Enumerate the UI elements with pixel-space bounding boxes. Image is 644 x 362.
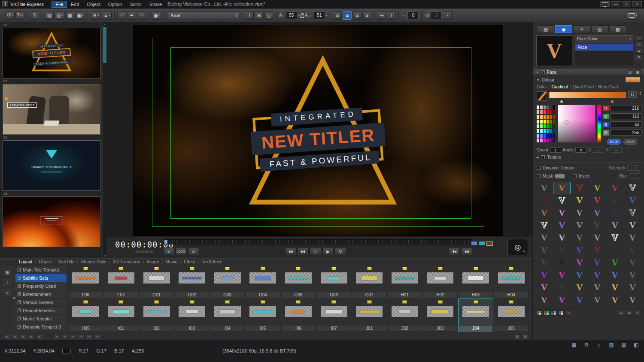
template-i06[interactable]: I06 [281,299,316,332]
palette-swatch[interactable] [549,105,552,110]
menu-share[interactable]: Share [146,1,166,8]
channel-value-field[interactable]: 112 [611,113,641,119]
category-name-templet[interactable]: Name Templet [15,315,67,323]
section-settings-icon[interactable]: ▤ [627,69,633,75]
palette-swatch[interactable] [553,115,556,119]
zoom-out-button[interactable]: ⊖ [618,310,624,316]
tab-color-icon[interactable]: ◉ [555,25,572,33]
next-frame-button[interactable]: ▶▮ [298,248,309,255]
style-cell-24[interactable]: V [535,232,553,244]
palette-swatch[interactable] [553,119,556,124]
palette-swatch[interactable] [553,133,556,138]
style-cell-15[interactable]: V [589,207,606,219]
category-frequently-used[interactable]: Frequently Used [15,282,67,290]
style-cell-31[interactable]: V [553,244,571,256]
style-cell-52[interactable]: V [606,281,624,294]
channel-value-field[interactable]: 255 [611,130,641,136]
style-cell-22[interactable]: V [606,219,624,232]
grid-large-button[interactable]: ⊟ [522,334,529,339]
char-spacing-field[interactable]: 0 [407,12,419,19]
capture-output-icon[interactable] [486,241,493,246]
library-scrollbar[interactable]: ▲ ▼ [102,22,106,258]
menu-scroll[interactable]: Scroll [126,1,146,8]
view-mode-3-button[interactable]: ▸ [20,334,27,339]
palette-swatch[interactable] [540,115,543,119]
palette-swatch[interactable] [543,138,546,143]
palette-preset-2-icon[interactable] [544,311,549,316]
palette-swatch[interactable] [540,129,543,133]
filter-2-button[interactable]: ▪ [61,334,68,339]
palette-swatch[interactable] [553,124,556,129]
style-cell-42[interactable]: V [535,269,553,281]
face-checkbox[interactable]: ✓ [541,70,545,74]
tab-3d-transform[interactable]: 3D Transform [113,259,140,264]
display-icon[interactable]: ◧ [632,341,641,348]
library-thumbnail-smart-tech[interactable]: SMART TECHNOLOG 3 [3,140,100,191]
style-cell-8[interactable]: V [571,194,588,207]
template-g03[interactable]: G03 [210,265,245,299]
palette-swatch[interactable] [540,124,543,129]
new-file-button[interactable]: ▤ [45,11,54,20]
font-size-dropdown-icon[interactable]: ▾ [298,14,300,17]
gradient-picker-icon[interactable] [537,91,547,101]
timeline-film-button[interactable]: ▤ [188,248,199,255]
aspect-lock-icon[interactable] [300,15,304,18]
style-cell-11[interactable]: V [624,194,641,207]
move-layer-up-button[interactable]: ▲ [636,48,642,54]
timeline-grid-button[interactable]: ▦ [163,248,174,255]
filter-4-button[interactable]: ▪ [78,334,85,339]
palette-swatch[interactable] [546,105,549,110]
title-preview-canvas[interactable]: INTEGRATED NEW TITLER FAST & POWERFUL [133,25,503,236]
strength-field[interactable]: 100 [627,165,640,171]
blur-field[interactable]: 0 [629,173,640,179]
grad-tab-quad-grad[interactable]: Quad Grad [572,84,593,89]
style-cell-35[interactable]: V [624,244,641,256]
publish-button[interactable]: ⇑ [30,11,39,20]
palette-preset-4-icon[interactable] [558,311,564,316]
undo-button[interactable]: ↺▾ [5,11,15,20]
screen-output-icon[interactable] [471,241,477,246]
link-tool-icon[interactable]: ▣ [3,268,12,275]
template-g04[interactable]: G04 [245,265,281,299]
align-justify-button[interactable]: ≡ [362,11,371,20]
font-select[interactable]: Arial ▲▼ [167,11,239,19]
palette-swatch[interactable] [546,129,549,133]
import-button[interactable]: ▼▾ [91,11,100,20]
view-mode-4-button[interactable]: ▸ [28,334,35,339]
preview-monitor-button[interactable]: ▾ [627,11,639,20]
palette-preset-1-icon[interactable] [536,311,542,316]
font-spinner-icon[interactable]: ▲▼ [235,13,238,18]
view-mode-2-button[interactable]: ▸ [12,334,18,339]
timeline-zoom-level[interactable]: 100% [176,248,187,255]
style-cell-6[interactable]: V [535,194,553,207]
style-cell-49[interactable]: V [553,281,571,294]
template-h05[interactable]: H05 [68,299,103,332]
style-cell-13[interactable]: V [553,207,571,219]
style-cell-20[interactable]: V [571,219,588,232]
palette-swatch[interactable] [537,110,540,115]
go-to-start-button[interactable]: ▮◀ [449,248,460,255]
list-tool-icon[interactable]: ≡ [3,289,12,296]
style-cell-9[interactable]: V [589,194,606,207]
page-prev-icon[interactable]: ▱ [117,11,126,20]
tab-text-icon[interactable]: ▥ [591,25,608,33]
style-cell-10[interactable]: V [606,194,624,207]
template-i04[interactable]: I04 [210,299,245,332]
style-cell-12[interactable]: V [535,207,553,219]
current-colour-swatch[interactable] [626,77,640,82]
tools-button[interactable]: ▣▾ [152,11,161,20]
maximize-button[interactable]: □ [622,1,631,7]
style-cell-59[interactable]: V [624,294,641,306]
count-field[interactable]: 1 [550,147,561,153]
tab-image[interactable]: Image [146,259,159,264]
palette-swatch[interactable] [549,138,552,143]
palette-swatch[interactable] [537,119,540,124]
palette-preset-3-icon[interactable] [551,311,556,316]
char-width-dropdown-icon[interactable]: ▾ [326,14,328,17]
category-dynamic-templet-0[interactable]: Dynamic Templet 0 [15,323,67,331]
palette-swatch[interactable] [543,124,546,129]
tab-effects-icon[interactable]: ✳ [573,25,590,33]
style-cell-39[interactable]: V [589,256,606,269]
palette-swatch[interactable] [553,129,556,133]
tab-subtitle[interactable]: SubTitle [58,259,74,264]
